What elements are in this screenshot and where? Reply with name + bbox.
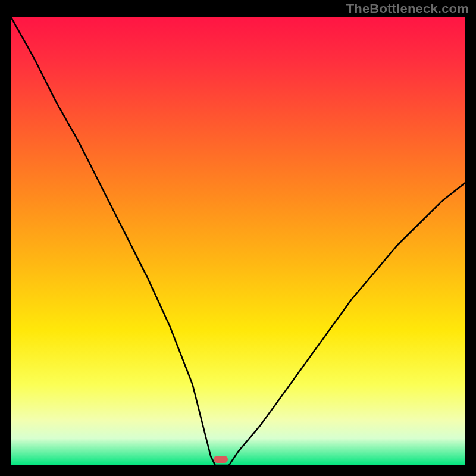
minimum-marker — [214, 456, 228, 463]
bottleneck-curve — [11, 17, 465, 465]
curve-path — [11, 17, 465, 465]
watermark-text: TheBottleneck.com — [346, 1, 469, 17]
chart-frame: TheBottleneck.com — [0, 0, 476, 476]
plot-area — [11, 17, 465, 465]
